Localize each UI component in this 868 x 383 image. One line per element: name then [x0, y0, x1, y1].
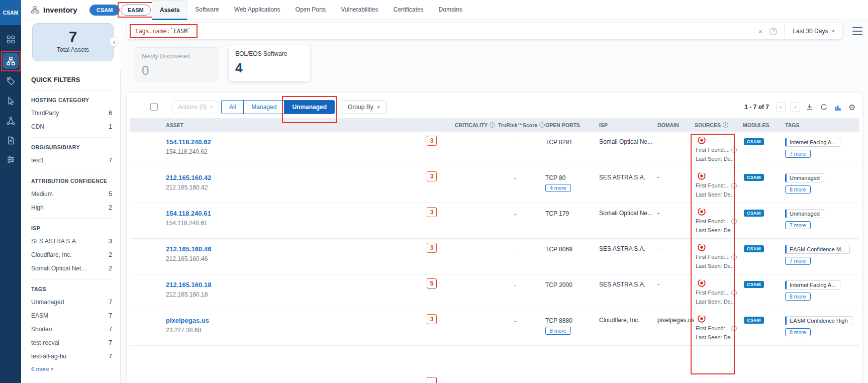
filter-item-test-all-ag-bu[interactable]: test-all-ag-bu7 — [31, 353, 112, 360]
column-header-domain[interactable]: DOMAIN — [657, 122, 695, 128]
tag-chip[interactable]: EASM Confidence High — [785, 316, 852, 325]
asset-name-link[interactable]: 212.165.160.18 — [166, 281, 211, 289]
actions-dropdown[interactable]: Actions (0)▾ — [171, 100, 220, 114]
asset-name-link[interactable]: 212.165.160.42 — [166, 174, 211, 181]
tag-chip[interactable]: Unmanaged — [785, 209, 824, 218]
tab-open-ports[interactable]: Open Ports — [288, 0, 334, 20]
table-row[interactable]: 212.165.160.42212.165.160.423-TCP 804 mo… — [130, 167, 859, 203]
filter-item-cdn[interactable]: CDN1 — [31, 123, 112, 130]
query-value: `EASM` — [170, 28, 191, 35]
filter-show-more-link[interactable]: 6 more » — [31, 366, 112, 372]
tab-assets[interactable]: Assets — [152, 0, 187, 20]
csam-toggle-button[interactable]: CSAM — [89, 5, 120, 16]
eol-software-card[interactable]: EOL/EOS Software 4 — [229, 45, 310, 81]
select-all-checkbox[interactable] — [150, 103, 158, 111]
total-assets-card[interactable]: 7 Total Assets — [32, 23, 114, 61]
info-icon[interactable]: i — [731, 183, 737, 188]
table-row[interactable]: 154.118.240.61154.118.240.613-TCP 179Som… — [130, 203, 859, 239]
filter-item-thirdparty[interactable]: ThirdParty6 — [31, 110, 112, 117]
ports-more-chip[interactable]: 4 more — [545, 184, 571, 192]
filter-item-test1[interactable]: test17 — [31, 157, 112, 164]
tags-more-chip[interactable]: 8 more — [785, 185, 811, 194]
tab-vulnerabilities[interactable]: Vulnerabilities — [333, 0, 385, 20]
column-header-asset[interactable]: ASSET — [130, 122, 422, 128]
column-header-open-ports[interactable]: OPEN PORTS — [540, 122, 598, 128]
asset-name-link[interactable]: 154.118.240.62 — [166, 138, 211, 146]
clear-search-icon[interactable]: × — [755, 27, 766, 36]
column-header-sources[interactable]: SOURCESi — [695, 122, 743, 128]
ports-more-chip[interactable]: 8 more — [545, 327, 571, 335]
info-icon[interactable]: i — [731, 219, 737, 224]
network-icon[interactable] — [3, 113, 19, 129]
tags-more-chip[interactable]: 7 more — [785, 257, 811, 265]
asset-name-link[interactable]: 212.165.160.46 — [166, 245, 211, 253]
tag-chip[interactable]: Unmanaged — [785, 173, 824, 182]
next-page-button[interactable]: › — [791, 103, 800, 112]
filter-sliders-icon[interactable] — [3, 151, 19, 167]
filter-item-ses-astra-s-a[interactable]: SES ASTRA S.A.3 — [31, 238, 112, 245]
info-icon[interactable]: i — [731, 147, 737, 153]
trurisk-score-value: - — [514, 211, 516, 218]
info-icon[interactable]: i — [731, 290, 737, 296]
column-header-tags[interactable]: TAGS — [785, 122, 859, 128]
chart-view-icon[interactable] — [833, 103, 842, 112]
info-icon[interactable]: i — [490, 122, 495, 128]
filter-item-test-reeval[interactable]: test-reeval7 — [31, 339, 112, 346]
segment-unmanaged[interactable]: Unmanaged — [284, 101, 334, 114]
filter-item-high[interactable]: High2 — [31, 204, 112, 211]
prev-page-button[interactable]: ‹ — [776, 103, 786, 112]
info-icon[interactable]: i — [723, 122, 728, 128]
tags-more-chip[interactable]: 8 more — [785, 328, 811, 336]
filter-item-medium[interactable]: Medium5 — [31, 190, 112, 198]
tab-domains[interactable]: Domains — [431, 0, 470, 20]
column-header-isp[interactable]: ISP — [598, 122, 657, 128]
tag-icon[interactable] — [3, 73, 19, 89]
table-row[interactable]: 212.165.160.46212.165.160.463-TCP 8069SE… — [130, 239, 859, 274]
filter-item-cloudflare-inc[interactable]: Cloudflare, Inc.2 — [31, 251, 112, 258]
search-bar[interactable]: tags.name:`EASM` × ? Last 30 Days ▾ — [127, 23, 843, 40]
download-icon[interactable] — [805, 103, 814, 112]
newly-discovered-card[interactable]: Newly Discovered 0 — [135, 47, 219, 81]
column-header-trurisk-score[interactable]: TruRisk™Scorei — [495, 122, 540, 128]
table-row[interactable]: pixelpegas.us23.227.38.683-TCP 88808 mor… — [130, 310, 859, 346]
easm-toggle-button[interactable]: EASM — [121, 5, 151, 16]
search-query-token[interactable]: tags.name:`EASM` — [135, 28, 191, 35]
tab-web-applications[interactable]: Web Applications — [227, 0, 288, 20]
menu-icon[interactable] — [852, 27, 862, 35]
pointer-icon[interactable] — [3, 92, 19, 109]
filter-item-somali-optical-net[interactable]: Somali Optical Net...2 — [31, 265, 112, 272]
table-row[interactable]: 212.165.160.18212.165.160.185-TCP 2000SE… — [130, 274, 859, 310]
collapse-panel-button[interactable]: ‹ — [109, 37, 119, 47]
tag-chip[interactable]: Internet Facing A... — [785, 280, 840, 290]
tags-more-chip[interactable]: 7 more — [785, 221, 811, 229]
help-icon[interactable]: ? — [769, 28, 777, 35]
tag-chip[interactable]: Internet Facing A... — [785, 138, 840, 147]
dashboard-icon[interactable] — [3, 31, 19, 47]
filter-item-unmanaged[interactable]: Unmanaged7 — [31, 299, 112, 306]
table-body: 154.118.240.62154.118.240.623-TCP 8291So… — [130, 132, 859, 346]
asset-name-link[interactable]: pixelpegas.us — [166, 317, 209, 324]
info-icon[interactable]: i — [731, 326, 737, 331]
filter-item-shodan[interactable]: Shodan7 — [31, 326, 112, 333]
segment-managed[interactable]: Managed — [243, 101, 284, 114]
domain-value: pixelpegas.us — [657, 317, 694, 324]
document-icon[interactable] — [3, 132, 19, 148]
settings-gear-icon[interactable]: ⚙ — [847, 103, 856, 112]
tags-more-chip[interactable]: 7 more — [785, 150, 811, 158]
column-header-criticality[interactable]: CRITICALITYi — [422, 122, 495, 128]
tab-software[interactable]: Software — [187, 0, 226, 20]
asset-name-link[interactable]: 154.118.240.61 — [166, 210, 211, 217]
tab-certificates[interactable]: Certificates — [386, 0, 431, 20]
segment-all[interactable]: All — [222, 101, 243, 114]
asset-address: 154.118.240.62 — [166, 148, 422, 155]
tags-more-chip[interactable]: 8 more — [785, 293, 811, 301]
time-range-dropdown[interactable]: Last 30 Days ▾ — [784, 23, 842, 39]
column-header-modules[interactable]: MODULES — [743, 122, 785, 128]
table-row[interactable]: 154.118.240.62154.118.240.623-TCP 8291So… — [130, 132, 859, 167]
tag-chip[interactable]: EASM Confidence M... — [785, 245, 850, 254]
info-icon[interactable]: i — [731, 254, 737, 260]
refresh-icon[interactable] — [819, 103, 828, 112]
filter-item-easm[interactable]: EASM7 — [31, 312, 112, 319]
inventory-icon[interactable] — [3, 53, 19, 69]
group-by-dropdown[interactable]: Group By▾ — [341, 100, 387, 114]
